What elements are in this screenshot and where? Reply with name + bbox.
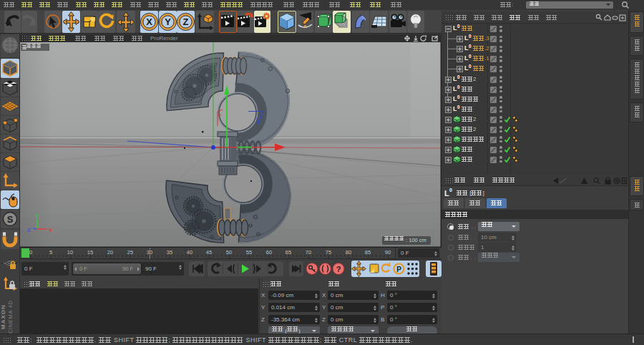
svg-text:Z: Z [27,227,31,233]
svg-text:Z: Z [183,16,189,27]
svg-text:Y: Y [35,213,39,219]
svg-text:P: P [396,266,401,273]
svg-text:Y: Y [165,16,171,27]
svg-text:?: ? [336,265,341,273]
svg-text:S: S [7,214,14,225]
svg-text:X: X [146,16,152,27]
svg-text:X: X [49,227,53,233]
